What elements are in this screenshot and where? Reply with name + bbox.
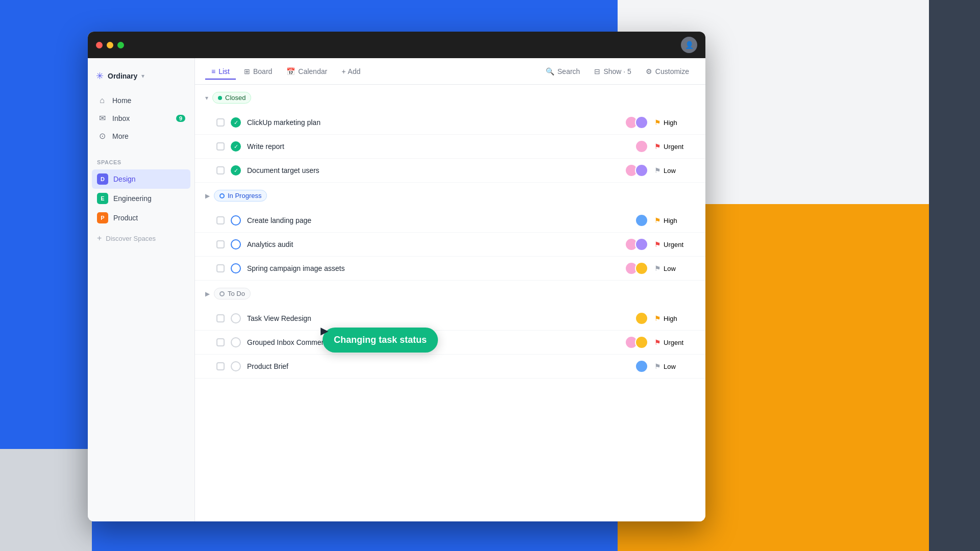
open-circle-icon [231,215,241,226]
task-assignees [635,360,648,373]
check-circle-icon: ✓ [231,141,241,152]
background-bottom-left [0,449,92,551]
tab-list-label: List [218,67,230,76]
engineering-space-avatar: E [97,193,108,204]
tab-board[interactable]: ⊞ Board [238,63,278,80]
priority-flag-icon: ⚑ [654,264,661,272]
task-name[interactable]: ClickUp marketing plan [247,118,619,127]
task-name[interactable]: Task View Redesign [247,314,629,322]
in-progress-status-dot [219,193,225,198]
task-area: ▾ Closed ⠿ ✓ ClickUp marketing plan [195,85,705,521]
task-status-closed[interactable]: ✓ [231,165,241,176]
priority-label: High [664,217,677,224]
priority-badge: ⚑ High [654,216,695,224]
task-status-to-do[interactable] [231,313,241,323]
in-progress-section-label: In Progress [228,192,261,199]
spaces-section-label: Spaces [88,157,194,167]
tab-calendar[interactable]: 📅 Calendar [280,63,333,80]
tab-calendar-label: Calendar [298,67,327,76]
task-name[interactable]: Spring campaign image assets [247,264,619,272]
discover-plus-icon: + [97,234,102,243]
priority-label: Urgent [664,143,683,151]
to-do-status-dot [219,291,225,296]
more-icon: ⊙ [97,131,107,141]
user-avatar[interactable]: 👤 [681,37,697,53]
minimize-button[interactable] [107,42,113,48]
open-circle-grey-icon [231,313,241,323]
priority-badge: ⚑ Low [654,166,695,174]
check-circle-icon: ✓ [231,165,241,176]
task-name[interactable]: Document target users [247,166,619,174]
workspace-selector[interactable]: ✳ Ordinary ▾ [88,66,194,86]
tab-list[interactable]: ≡ List [205,63,236,80]
task-checkbox[interactable] [216,362,225,370]
avatar [635,360,648,373]
sidebar-item-inbox[interactable]: ✉ Inbox 9 [92,109,190,127]
in-progress-section-header[interactable]: ▶ In Progress [195,183,705,209]
task-checkbox[interactable] [216,264,225,272]
discover-spaces-button[interactable]: + Discover Spaces [88,230,194,247]
product-space-avatar: P [97,212,108,223]
maximize-button[interactable] [117,42,124,48]
inbox-badge: 9 [176,115,185,122]
open-circle-icon [231,263,241,273]
main-content: ≡ List ⊞ Board 📅 Calendar + Add � [195,58,705,521]
table-row: ⠿ Task View Redesign ⚑ High [195,307,705,331]
task-checkbox[interactable] [216,216,225,224]
priority-flag-icon: ⚑ [654,338,661,346]
cursor: ▶ [321,324,328,337]
customize-button[interactable]: ⚙ Customize [640,64,695,79]
close-button[interactable] [96,42,103,48]
task-checkbox[interactable] [216,166,225,174]
avatar [635,238,648,251]
sidebar-item-engineering[interactable]: E Engineering [92,189,190,208]
in-progress-chevron-icon: ▶ [205,192,210,199]
task-status-closed[interactable]: ✓ [231,117,241,128]
tab-add[interactable]: + Add [335,63,366,80]
search-icon: 🔍 [546,67,554,76]
show-icon: ⊟ [594,67,600,76]
task-checkbox[interactable] [216,240,225,248]
product-space-label: Product [113,214,138,222]
task-status-in-progress[interactable] [231,239,241,249]
task-assignees [635,140,648,153]
avatar [635,214,648,227]
sidebar-item-product[interactable]: P Product [92,208,190,228]
priority-badge: ⚑ High [654,314,695,322]
search-label: Search [557,67,580,76]
workspace-name: Ordinary [108,72,137,80]
priority-flag-icon: ⚑ [654,240,661,248]
task-checkbox[interactable] [216,142,225,151]
sidebar-item-more[interactable]: ⊙ More [92,127,190,145]
open-circle-icon [231,239,241,249]
app-window: 👤 ✳ Ordinary ▾ ⌂ Home ✉ Inbox 9 [88,32,705,521]
task-status-in-progress[interactable] [231,263,241,273]
closed-section-header[interactable]: ▾ Closed [195,85,705,111]
task-checkbox[interactable] [216,314,225,322]
sidebar-item-home[interactable]: ⌂ Home [92,92,190,109]
task-status-in-progress[interactable] [231,215,241,226]
task-assignees [625,336,648,349]
sidebar-item-inbox-label: Inbox [112,114,130,122]
task-name[interactable]: Analytics audit [247,240,619,248]
to-do-section-badge: To Do [214,288,251,299]
to-do-section-header[interactable]: ▶ To Do [195,281,705,307]
home-icon: ⌂ [97,96,107,105]
to-do-chevron-icon: ▶ [205,290,210,297]
task-checkbox[interactable] [216,338,225,346]
show-button[interactable]: ⊟ Show · 5 [588,64,637,79]
task-name[interactable]: Create landing page [247,216,629,224]
closed-status-dot [218,96,222,100]
show-label: Show · 5 [603,67,631,76]
task-checkbox[interactable] [216,118,225,127]
task-name[interactable]: Write report [247,142,629,151]
priority-label: Urgent [664,339,683,346]
search-button[interactable]: 🔍 Search [540,64,586,79]
task-status-to-do[interactable] [231,337,241,347]
sidebar-item-design[interactable]: D Design [92,169,190,189]
task-status-to-do[interactable] [231,361,241,371]
task-status-closed[interactable]: ✓ [231,141,241,152]
task-name[interactable]: Product Brief [247,362,629,370]
open-circle-grey-icon [231,337,241,347]
priority-label: Urgent [664,241,683,248]
